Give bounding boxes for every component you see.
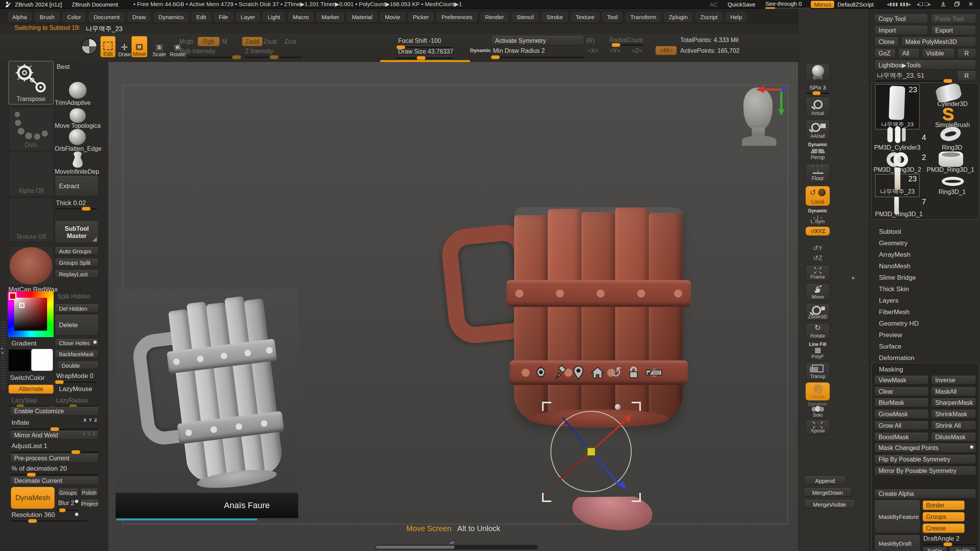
strip-local-button[interactable]: ↺ Local (805, 186, 830, 206)
strip-polyf-button[interactable]: ▦ PolyF (805, 347, 830, 360)
canvas-area[interactable]: Anaïs Faure ↺ (108, 62, 798, 551)
material-tile-matcap-redwax[interactable] (8, 246, 54, 285)
menus-button[interactable]: Menus (811, 1, 834, 8)
menu-transform[interactable]: Transform (626, 12, 661, 22)
sharpenmask-button[interactable]: SharpenMask (931, 398, 976, 407)
gizmo-reset-icon[interactable]: ↺ (610, 365, 622, 380)
brush-orbflatten-icon[interactable] (69, 129, 86, 145)
auto-groups-button[interactable]: Auto Groups (55, 247, 99, 255)
dynamesh-project-button[interactable]: Project (80, 500, 99, 508)
section-masking[interactable]: Masking (879, 366, 903, 373)
gizmo-bracket-bl[interactable] (542, 493, 551, 502)
zcut-toggle[interactable]: Zcut (284, 38, 296, 45)
strip-transp-button[interactable]: Transp (805, 362, 830, 380)
thumb-pm3d-ring3d-1b-label[interactable]: PM3D_Ring3D_1 (874, 211, 924, 218)
menu-material[interactable]: Material (347, 12, 377, 22)
activate-symmetry-button[interactable]: Activate Symmetry (491, 36, 584, 46)
left-tray-divider[interactable] (1, 321, 6, 390)
menu-edit[interactable]: Edit (192, 12, 211, 22)
mask-changed-points-button[interactable]: Mask Changed Points (874, 443, 976, 453)
dilutemask-button[interactable]: DiluteMask (931, 433, 976, 442)
setdir-button[interactable]: SetDir (923, 547, 947, 551)
edit-object-button[interactable]: Edit (100, 36, 116, 57)
gizmo-sticky-toggle-icon[interactable] (645, 365, 663, 380)
goz-visible-button[interactable]: Visible (922, 49, 955, 58)
dynamesh-groups-button[interactable]: Groups (57, 489, 78, 497)
sym-m-toggle[interactable]: >M< (655, 46, 677, 55)
section-surface[interactable]: Surface (879, 343, 902, 350)
export-button[interactable]: Export (931, 26, 976, 35)
section-fibermesh[interactable]: FiberMesh (879, 308, 910, 316)
goz-all-button[interactable]: All (898, 49, 920, 58)
mirror-posable-symmetry-button[interactable]: Mirror By Posable Symmetry (874, 466, 976, 476)
strip-persp-button[interactable]: ▦▦ Persp (805, 147, 830, 161)
inflate-axis-toggles[interactable]: X Y Z (83, 418, 98, 422)
thick-slider[interactable] (55, 208, 98, 210)
default-zscript-button[interactable]: DefaultZScript (837, 1, 874, 8)
menu-color[interactable]: Color (63, 12, 86, 22)
axis-arrow-blue[interactable] (782, 86, 788, 93)
brush-movetopological-label[interactable]: Move Topologica (55, 122, 101, 129)
menu-marker[interactable]: Marker (317, 12, 344, 22)
main-color-swatch[interactable] (8, 349, 31, 372)
brush-movetopological-icon[interactable] (70, 108, 86, 123)
strip-frame-button[interactable]: ↖ ↗↙ ↘ Frame (805, 265, 830, 281)
backface-mask-button[interactable]: BackfaceMask (55, 350, 99, 358)
tool-slider[interactable] (875, 80, 954, 82)
rot-z-icon[interactable]: ↺Z (805, 254, 830, 262)
spix-slider[interactable] (806, 93, 829, 94)
inverse-button[interactable]: Inverse (931, 376, 976, 385)
draft-angle-slider[interactable] (923, 544, 976, 545)
del-hidden-button[interactable]: Del Hidden (55, 304, 99, 313)
invdir-button[interactable]: InvDir (949, 547, 976, 551)
strip-zoom3d-button[interactable]: Zoom3D (805, 303, 830, 321)
mug-model[interactable] (445, 207, 683, 429)
section-deformation[interactable]: Deformation (879, 354, 915, 362)
mrgb-toggle[interactable]: Mrgb (179, 38, 193, 45)
alternate-button[interactable]: Alternate (8, 385, 54, 394)
tool-r-button[interactable]: R (957, 71, 976, 81)
blur-option-dot[interactable] (75, 500, 78, 503)
brush-tile-transpose[interactable]: Transpose (8, 61, 54, 104)
append-button[interactable]: Append (804, 476, 846, 485)
inflate-slider[interactable] (11, 429, 98, 430)
resolution-slider[interactable] (11, 520, 87, 522)
current-tool-thumb[interactable]: 23 나무맥주_23 (875, 84, 920, 129)
section-geometry-hd[interactable]: Geometry HD (879, 320, 919, 328)
paste-tool-button[interactable]: Paste Tool (931, 15, 976, 24)
menu-dynamics[interactable]: Dynamics (154, 12, 188, 22)
maskall-button[interactable]: MaskAll (931, 387, 976, 396)
menu-stroke[interactable]: Stroke (542, 12, 567, 22)
zsub-toggle[interactable]: Zsub (263, 38, 277, 45)
decimate-current-button[interactable]: Decimate Current (10, 477, 99, 485)
axis-arrow-red[interactable] (756, 86, 764, 93)
boostmask-button[interactable]: BoostMask (874, 433, 929, 442)
left-tray-collapse-icon[interactable]: ▸◂ (1, 346, 3, 355)
menu-brush[interactable]: Brush (35, 12, 59, 22)
subtool-master-button[interactable]: SubTool Master (55, 221, 99, 243)
brush-moveinfinite-icon[interactable] (73, 152, 83, 168)
secondary-color-swatch[interactable] (31, 349, 53, 371)
gizmo-location-icon[interactable] (572, 365, 585, 380)
palette-dock-icon[interactable]: ◂❏ ❏▸ (917, 2, 931, 7)
grow-all-button[interactable]: Grow All (874, 421, 929, 430)
copy-tool-button[interactable]: Copy Tool (874, 15, 928, 24)
rgb-toggle[interactable]: Rgb (198, 37, 220, 46)
import-button[interactable]: Import (874, 26, 928, 35)
strip-actual-button[interactable]: Actual (805, 96, 830, 117)
extract-button[interactable]: Extract (55, 176, 99, 196)
menu-render[interactable]: Render (480, 12, 508, 22)
lazymouse-button[interactable]: LazyMouse (55, 385, 99, 393)
gizmo-bracket-tr[interactable] (632, 402, 641, 411)
draw-size-slider[interactable] (395, 57, 453, 59)
section-preview[interactable]: Preview (879, 331, 902, 339)
rgb-intensity-slider[interactable] (188, 57, 241, 58)
blurmask-button[interactable]: BlurMask (874, 398, 929, 407)
right-tray-collapse-icon[interactable]: ▸ (852, 274, 855, 281)
color-picker[interactable] (8, 291, 54, 337)
quicksave-button[interactable]: QuickSave (728, 1, 756, 8)
brush-trimadaptive-icon[interactable] (69, 82, 87, 99)
see-through-slider[interactable]: See-through 0 (765, 0, 802, 8)
section-arraymesh[interactable]: ArrayMesh (879, 251, 910, 259)
selected-tool-thumb[interactable]: 23 나무맥주_23 (875, 174, 920, 197)
